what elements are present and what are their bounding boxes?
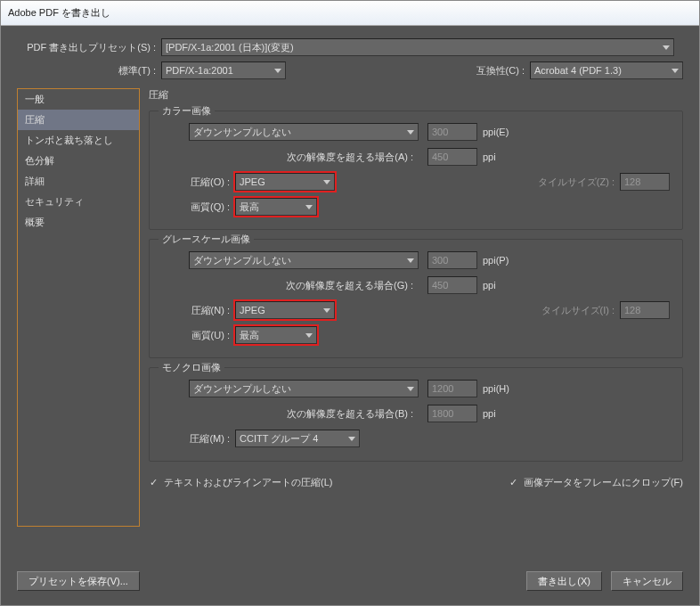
- sidebar-item-security[interactable]: セキュリティ: [18, 192, 139, 212]
- gray-legend: グレースケール画像: [159, 233, 254, 246]
- window-title: Adobe PDF を書き出し: [8, 6, 110, 20]
- export-button[interactable]: 書き出し(X): [526, 571, 602, 591]
- mono-ppi1-unit: ppi(H): [477, 383, 515, 394]
- check-icon: ✓: [149, 478, 159, 487]
- dialog-footer: プリセットを保存(V)... 書き出し(X) キャンセル: [17, 571, 683, 591]
- compress-text-label: テキストおよびラインアートの圧縮(L): [164, 476, 332, 489]
- mono-ppi2-unit: ppi: [477, 408, 501, 419]
- mono-ppi2-field[interactable]: 1800: [427, 405, 477, 422]
- color-tilesize-field: 128: [620, 173, 670, 191]
- gray-ppi2-field[interactable]: 450: [427, 276, 477, 294]
- mono-downsample-select[interactable]: ダウンサンプルしない: [189, 380, 419, 397]
- mono-ppi1-field[interactable]: 1200: [427, 380, 477, 397]
- color-tilesize-label: タイルサイズ(Z) :: [533, 176, 620, 189]
- color-ppi2-field[interactable]: 450: [427, 148, 477, 166]
- color-ppi2-unit: ppi: [477, 152, 501, 162]
- titlebar: Adobe PDF を書き出し: [1, 1, 699, 26]
- mono-compress-label: 圧縮(M) :: [162, 432, 235, 446]
- check-icon: ✓: [509, 478, 518, 487]
- gray-compress-label: 圧縮(N) :: [162, 304, 235, 317]
- gray-ppi1-field[interactable]: 300: [427, 251, 477, 269]
- color-downsample-select[interactable]: ダウンサンプルしない: [189, 123, 419, 141]
- color-legend: カラー画像: [159, 104, 215, 118]
- gray-tilesize-label: タイルサイズ(I) :: [536, 304, 621, 317]
- gray-downsample-select[interactable]: ダウンサンプルしない: [189, 251, 419, 269]
- cancel-button[interactable]: キャンセル: [611, 571, 683, 591]
- save-preset-button[interactable]: プリセットを保存(V)...: [17, 571, 140, 591]
- preset-label: PDF 書き出しプリセット(S) :: [17, 41, 161, 54]
- gray-ppi1-unit: ppi(P): [477, 255, 514, 266]
- crop-image-label: 画像データをフレームにクロップ(F): [524, 476, 683, 489]
- compat-select[interactable]: Acrobat 4 (PDF 1.3): [530, 61, 683, 79]
- preset-select[interactable]: [PDF/X-1a:2001 (日本)](変更): [161, 38, 674, 56]
- sidebar-item-summary[interactable]: 概要: [18, 212, 139, 233]
- crop-image-checkbox[interactable]: ✓ 画像データをフレームにクロップ(F): [509, 476, 683, 489]
- mono-legend: モノクロ画像: [159, 361, 224, 374]
- compression-panel: 圧縮 カラー画像 ダウンサンプルしない 300 ppi(E) 次の解像度を超える…: [149, 88, 683, 527]
- color-ppi1-field[interactable]: 300: [427, 123, 477, 141]
- gray-compress-select[interactable]: JPEG: [235, 301, 335, 319]
- color-compress-label: 圧縮(O) :: [162, 176, 235, 189]
- color-compress-select[interactable]: JPEG: [235, 173, 335, 191]
- sidebar-item-general[interactable]: 一般: [18, 89, 139, 110]
- dialog-window: Adobe PDF を書き出し PDF 書き出しプリセット(S) : [PDF/…: [0, 0, 700, 606]
- sidebar-item-output[interactable]: 色分解: [18, 151, 139, 171]
- color-threshold-label: 次の解像度を超える場合(A) :: [189, 151, 419, 164]
- color-quality-label: 画質(Q) :: [162, 201, 235, 214]
- panel-title: 圧縮: [149, 88, 683, 102]
- mono-images-group: モノクロ画像 ダウンサンプルしない 1200 ppi(H) 次の解像度を超える場…: [149, 367, 683, 462]
- gray-tilesize-field: 128: [620, 301, 670, 319]
- gray-images-group: グレースケール画像 ダウンサンプルしない 300 ppi(P) 次の解像度を超え…: [149, 239, 683, 358]
- sidebar-item-compression[interactable]: 圧縮: [18, 110, 139, 130]
- color-images-group: カラー画像 ダウンサンプルしない 300 ppi(E) 次の解像度を超える場合(…: [149, 111, 683, 230]
- standard-label: 標準(T) :: [17, 64, 161, 78]
- color-quality-select[interactable]: 最高: [235, 198, 317, 216]
- gray-quality-label: 画質(U) :: [162, 329, 235, 342]
- sidebar-item-marks[interactable]: トンボと裁ち落とし: [18, 130, 139, 151]
- gray-quality-select[interactable]: 最高: [235, 326, 317, 344]
- sidebar-item-advanced[interactable]: 詳細: [18, 171, 139, 192]
- dialog-content: PDF 書き出しプリセット(S) : [PDF/X-1a:2001 (日本)](…: [1, 26, 699, 605]
- category-sidebar: 一般 圧縮 トンボと裁ち落とし 色分解 詳細 セキュリティ 概要: [17, 88, 140, 527]
- color-ppi1-unit: ppi(E): [477, 127, 514, 137]
- mono-threshold-label: 次の解像度を超える場合(B) :: [189, 407, 419, 421]
- gray-threshold-label: 次の解像度を超える場合(G) :: [189, 279, 419, 292]
- compress-text-checkbox[interactable]: ✓ テキストおよびラインアートの圧縮(L): [149, 476, 332, 489]
- compat-label: 互換性(C) :: [476, 64, 530, 78]
- standard-select[interactable]: PDF/X-1a:2001: [161, 61, 286, 79]
- mono-compress-select[interactable]: CCITT グループ 4: [235, 430, 360, 447]
- gray-ppi2-unit: ppi: [477, 280, 501, 291]
